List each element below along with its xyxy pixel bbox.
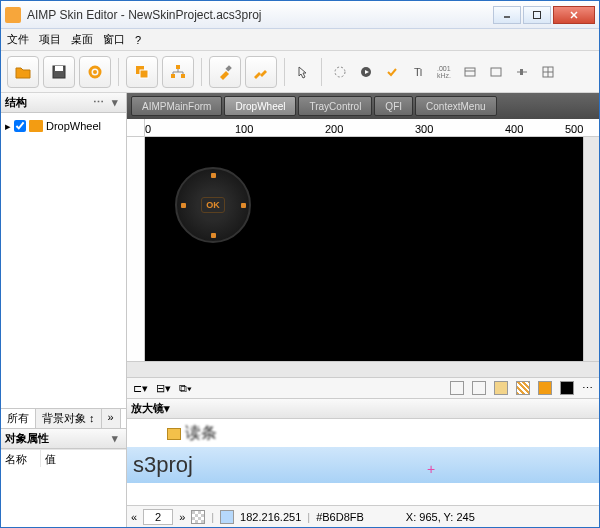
props-col-name: 名称 — [1, 450, 41, 467]
filter-tab-bg[interactable]: 背景对象 ↕ — [36, 409, 102, 428]
svg-rect-10 — [176, 65, 180, 69]
mag-collapse-icon[interactable]: ▾ — [164, 402, 170, 415]
close-button[interactable] — [553, 6, 595, 24]
mag-folder-icon — [167, 428, 181, 440]
dropwheel-widget[interactable]: OK — [165, 157, 261, 253]
magnifier-title: 放大镜 — [131, 401, 164, 416]
tool-grid[interactable] — [537, 61, 559, 83]
maximize-button[interactable] — [523, 6, 551, 24]
menu-help[interactable]: ? — [135, 34, 141, 46]
properties-title: 对象属性 — [5, 431, 49, 446]
vertical-ruler — [127, 137, 145, 361]
mag-blur-text: 读条 — [185, 423, 217, 444]
wheel-dot-right — [241, 203, 246, 208]
align-toolbar: ⊏▾ ⊟▾ ⧉▾ ⋯ — [127, 377, 599, 399]
mag-crosshair-icon: + — [427, 461, 435, 477]
opt-sq4[interactable] — [516, 381, 530, 395]
main-toolbar: T .001kHz. — [1, 51, 599, 93]
tool-khz[interactable]: .001kHz. — [433, 61, 455, 83]
zoom-next[interactable]: » — [179, 511, 185, 523]
tool-slider[interactable] — [511, 61, 533, 83]
menu-window[interactable]: 窗口 — [103, 32, 125, 47]
status-hex: #B6D8FB — [316, 511, 364, 523]
tab-aimpmainform[interactable]: AIMPMainForm — [131, 96, 222, 116]
menu-desktop[interactable]: 桌面 — [71, 32, 93, 47]
structure-filter-tabs: 所有 背景对象 ↕ » — [1, 408, 126, 428]
menu-file[interactable]: 文件 — [7, 32, 29, 47]
canvas-hscrollbar[interactable] — [127, 361, 599, 377]
tree-item-checkbox[interactable] — [14, 120, 26, 132]
title-bar: AIMP Skin Editor - NewSkinProject.acs3pr… — [1, 1, 599, 29]
opt-sq5[interactable] — [538, 381, 552, 395]
filter-tab-more[interactable]: » — [102, 409, 121, 428]
tool-check[interactable] — [381, 61, 403, 83]
status-rgb: 182.216.251 — [240, 511, 301, 523]
properties-panel-header: 对象属性 ▾ — [1, 429, 126, 449]
wheel-dot-down — [211, 233, 216, 238]
opt-more[interactable]: ⋯ — [582, 382, 593, 395]
design-canvas[interactable]: OK — [145, 137, 583, 361]
build-all-button[interactable] — [245, 56, 277, 88]
props-collapse-icon[interactable]: ▾ — [108, 432, 122, 446]
tool-text[interactable]: T — [407, 61, 429, 83]
svg-rect-26 — [520, 69, 523, 75]
tree-item-icon — [29, 120, 43, 132]
structure-tree[interactable]: ▸ DropWheel — [1, 113, 126, 408]
svg-rect-24 — [491, 68, 501, 76]
align-center-icon[interactable]: ⊟▾ — [156, 382, 171, 395]
cursor-tool[interactable] — [292, 61, 314, 83]
opt-sq2[interactable] — [472, 381, 486, 395]
build-button[interactable] — [209, 56, 241, 88]
tool-play[interactable] — [355, 61, 377, 83]
settings-button[interactable] — [79, 56, 111, 88]
tool-dashed[interactable] — [329, 61, 351, 83]
wheel-dot-left — [181, 203, 186, 208]
align-left-icon[interactable]: ⊏▾ — [133, 382, 148, 395]
panel-dots-icon[interactable]: ⋯ — [91, 96, 105, 110]
minimize-button[interactable] — [493, 6, 521, 24]
horizontal-ruler: 0 100 200 300 400 500 — [127, 119, 599, 137]
tab-contextmenu[interactable]: ContextMenu — [415, 96, 496, 116]
menu-project[interactable]: 项目 — [39, 32, 61, 47]
tab-qfi[interactable]: QFI — [374, 96, 413, 116]
tree-expand-icon[interactable]: ▸ — [5, 120, 11, 133]
wheel-dot-up — [211, 173, 216, 178]
mag-sample-text: s3proj — [127, 452, 193, 478]
svg-rect-11 — [171, 74, 175, 78]
hierarchy-button[interactable] — [162, 56, 194, 88]
panel-collapse-icon[interactable]: ▾ — [108, 96, 122, 110]
zoom-input[interactable] — [143, 509, 173, 525]
tab-traycontrol[interactable]: TrayControl — [298, 96, 372, 116]
props-col-value: 值 — [41, 450, 60, 467]
window-title: AIMP Skin Editor - NewSkinProject.acs3pr… — [27, 8, 491, 22]
zoom-prev[interactable]: « — [131, 511, 137, 523]
svg-rect-1 — [534, 11, 541, 18]
tree-item[interactable]: ▸ DropWheel — [5, 117, 122, 135]
properties-columns: 名称 值 — [1, 449, 126, 467]
canvas-vscrollbar[interactable] — [583, 137, 599, 361]
distribute-icon[interactable]: ⧉▾ — [179, 382, 192, 395]
status-bar: « » | 182.216.251 | #B6D8FB X: 965, Y: 2… — [127, 505, 599, 527]
structure-panel-header: 结构 ⋯ ▾ — [1, 93, 126, 113]
color-swatch — [220, 510, 234, 524]
save-button[interactable] — [43, 56, 75, 88]
filter-tab-all[interactable]: 所有 — [1, 409, 36, 428]
menu-bar: 文件 项目 桌面 窗口 ? — [1, 29, 599, 51]
wheel-ok-label: OK — [201, 197, 225, 213]
magnifier-header: 放大镜 ▾ — [127, 399, 599, 419]
opt-sq3[interactable] — [494, 381, 508, 395]
opt-sq1[interactable] — [450, 381, 464, 395]
svg-rect-5 — [55, 66, 63, 71]
properties-body[interactable] — [1, 467, 126, 527]
tab-dropwheel[interactable]: DropWheel — [224, 96, 296, 116]
svg-rect-9 — [140, 70, 148, 78]
app-icon — [5, 7, 21, 23]
opt-sq6[interactable] — [560, 381, 574, 395]
layers-button[interactable] — [126, 56, 158, 88]
grid-toggle-icon[interactable] — [191, 510, 205, 524]
svg-point-7 — [93, 70, 97, 74]
open-button[interactable] — [7, 56, 39, 88]
tool-panel2[interactable] — [485, 61, 507, 83]
tool-panel1[interactable] — [459, 61, 481, 83]
svg-rect-12 — [181, 74, 185, 78]
